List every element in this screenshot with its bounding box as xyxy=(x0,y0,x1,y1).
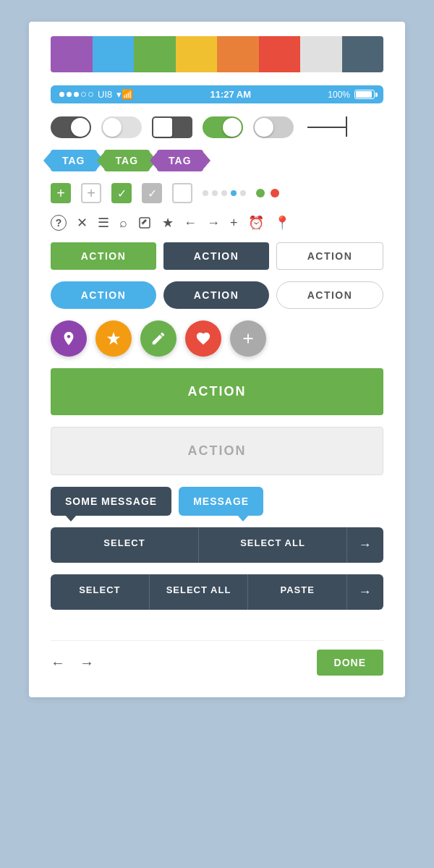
tag-green[interactable]: TAG xyxy=(104,150,150,171)
arrow-right-icon[interactable]: → xyxy=(207,216,220,231)
divider-horizontal xyxy=(307,127,347,128)
signal-dot xyxy=(59,92,64,97)
arrow-right-button-2[interactable]: → xyxy=(347,574,383,610)
tooltip-bar-2: SELECT SELECT ALL PASTE → xyxy=(51,574,383,610)
select-button-2[interactable]: SELECT xyxy=(51,574,150,610)
tag-label: TAG xyxy=(169,155,192,166)
fab-edit[interactable] xyxy=(140,320,176,357)
action-button-outline-square[interactable]: ACTION xyxy=(276,242,383,270)
indicator-dot xyxy=(240,190,246,196)
checkbox-checked-green[interactable]: ✓ xyxy=(111,183,132,203)
signal-dot xyxy=(67,92,72,97)
carrier-label: UI8 xyxy=(98,89,112,100)
divider xyxy=(304,116,347,138)
close-icon[interactable]: ✕ xyxy=(77,215,88,231)
message-bubble-label: SOME MESSAGE xyxy=(65,495,157,507)
swatch-light-gray xyxy=(300,36,342,72)
signal-dots xyxy=(59,92,93,97)
nav-arrows: ← → xyxy=(51,655,94,671)
status-right: 100% xyxy=(328,90,375,100)
page-indicator xyxy=(203,190,246,196)
plus-icon[interactable]: + xyxy=(230,216,238,231)
help-icon[interactable]: ? xyxy=(51,215,67,231)
toggle-knob xyxy=(223,118,242,137)
fab-row xyxy=(51,320,383,357)
battery-icon xyxy=(354,90,375,99)
action-button-blue-pill[interactable]: ACTION xyxy=(51,281,156,309)
swatch-green xyxy=(134,36,176,72)
status-time: 11:27 AM xyxy=(210,89,251,100)
swatch-orange xyxy=(217,36,259,72)
status-dots-row xyxy=(256,189,279,197)
big-action-light[interactable]: ACTION xyxy=(51,427,383,475)
tag-blue[interactable]: TAG xyxy=(51,150,97,171)
color-palette xyxy=(51,36,383,72)
nav-forward-arrow[interactable]: → xyxy=(80,655,94,671)
message-bubble-dark[interactable]: SOME MESSAGE xyxy=(51,487,171,516)
select-button[interactable]: SELECT xyxy=(51,527,199,563)
icons-row: ? ✕ ☰ ⌕ ★ ← → + ⏰ 📍 xyxy=(51,215,383,231)
message-bubble-blue[interactable]: MESSAGE xyxy=(179,487,263,516)
arrow-right-button[interactable]: → xyxy=(347,527,383,563)
toggles-row xyxy=(51,116,383,138)
signal-dot xyxy=(74,92,79,97)
menu-icon[interactable]: ☰ xyxy=(98,215,109,231)
action-button-dark-square[interactable]: ACTION xyxy=(163,242,269,270)
status-bar: UI8 ▾📶 11:27 AM 100% xyxy=(51,85,383,103)
toggle-on-green[interactable] xyxy=(203,116,243,138)
message-bubbles-row: SOME MESSAGE MESSAGE xyxy=(51,487,383,516)
battery-percent: 100% xyxy=(328,90,350,100)
checkbox-checked-gray[interactable]: ✓ xyxy=(142,183,162,203)
edit-icon[interactable] xyxy=(137,216,152,230)
swatch-blue xyxy=(93,36,135,72)
checkbox-empty[interactable] xyxy=(172,183,192,203)
fab-star[interactable] xyxy=(95,320,132,357)
bottom-nav: ← → DONE xyxy=(51,640,383,676)
indicator-dot xyxy=(212,190,218,196)
tooltip-bar-1: SELECT SELECT ALL → xyxy=(51,527,383,563)
clock-icon[interactable]: ⏰ xyxy=(248,215,264,231)
indicator-dot xyxy=(221,190,227,196)
swatch-yellow xyxy=(176,36,218,72)
toggle-knob xyxy=(255,118,273,137)
status-dot-red xyxy=(271,189,279,197)
location-icon[interactable]: 📍 xyxy=(274,215,290,231)
star-icon[interactable]: ★ xyxy=(162,215,174,231)
fab-location[interactable] xyxy=(51,320,87,357)
big-action-green[interactable]: ACTION xyxy=(51,368,383,415)
add-button-gray[interactable]: + xyxy=(81,183,101,203)
search-icon[interactable]: ⌕ xyxy=(119,216,127,231)
fab-heart[interactable] xyxy=(185,320,221,357)
indicator-dot xyxy=(203,190,208,196)
action-button-dark-pill[interactable]: ACTION xyxy=(163,281,269,309)
swatch-purple xyxy=(51,36,93,72)
action-buttons-square: ACTION ACTION ACTION xyxy=(51,242,383,270)
toggle-off[interactable] xyxy=(101,116,142,138)
message-bubble-label: MESSAGE xyxy=(193,495,249,507)
swatch-red xyxy=(259,36,301,72)
toggle-off-gray[interactable] xyxy=(253,116,294,138)
toggle-knob xyxy=(103,118,122,137)
action-button-green-square[interactable]: ACTION xyxy=(51,242,156,270)
arrow-left-icon[interactable]: ← xyxy=(184,216,197,231)
tags-row: TAG TAG TAG xyxy=(51,150,383,171)
done-button[interactable]: DONE xyxy=(317,650,383,676)
action-button-outline-pill[interactable]: ACTION xyxy=(276,281,383,309)
toggle-on-dark[interactable] xyxy=(51,116,91,138)
add-button-green[interactable]: + xyxy=(51,183,71,203)
action-buttons-pill: ACTION ACTION ACTION xyxy=(51,281,383,309)
wifi-icon: ▾📶 xyxy=(116,89,133,100)
toggle-square-dark[interactable] xyxy=(152,116,192,138)
select-all-button-2[interactable]: SELECT ALL xyxy=(150,574,249,610)
select-all-button[interactable]: SELECT ALL xyxy=(199,527,347,563)
toggle-knob xyxy=(71,118,90,137)
indicator-dot-active xyxy=(231,190,237,196)
nav-back-arrow[interactable]: ← xyxy=(51,655,65,671)
checks-row: + + ✓ ✓ xyxy=(51,183,383,203)
status-left: UI8 ▾📶 xyxy=(59,89,133,100)
paste-button[interactable]: PASTE xyxy=(248,574,347,610)
fab-add[interactable] xyxy=(230,320,266,357)
signal-dot-hollow xyxy=(81,92,86,97)
tag-label: TAG xyxy=(62,155,85,166)
tag-purple[interactable]: TAG xyxy=(157,150,203,171)
